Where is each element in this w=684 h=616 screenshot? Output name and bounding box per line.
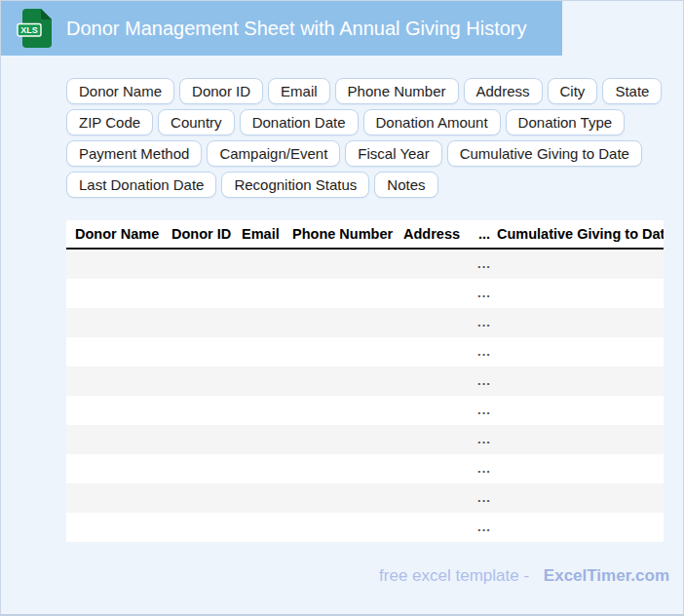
chip-cumulative-giving[interactable]: Cumulative Giving to Date [447,140,642,167]
chip-row-1: Donor Name Donor ID Email Phone Number A… [66,78,651,104]
chip-zip-code[interactable]: ZIP Code [66,109,153,135]
table-row: ... [66,483,664,513]
xls-badge-label: XLS [20,25,38,35]
chip-payment-method[interactable]: Payment Method [66,140,202,167]
row-placeholder: ... [472,520,497,534]
header-band: XLS Donor Management Sheet with Annual G… [1,1,562,56]
table-row: ... [66,454,664,483]
footer: free excel template - ExcelTimer.com [379,566,669,586]
xls-file-icon: XLS [17,9,52,48]
file-fold [41,9,52,19]
table-row: ... [66,337,664,366]
table-row: ... [66,425,664,454]
chip-donation-type[interactable]: Donation Type [506,109,625,135]
row-placeholder: ... [472,432,497,446]
chip-address[interactable]: Address [464,78,543,104]
chip-city[interactable]: City [548,78,598,104]
table-body: ... ... ... ... ... ... ... ... ... ... [66,250,664,542]
chip-donation-date[interactable]: Donation Date [240,109,359,135]
table-header-row: Donor Name Donor ID Email Phone Number A… [66,220,664,250]
table-row: ... [66,513,664,542]
chip-state[interactable]: State [602,78,662,104]
page-title: Donor Management Sheet with Annual Givin… [66,1,526,56]
table-row: ... [66,250,664,279]
table-row: ... [66,308,664,337]
chip-country[interactable]: Country [158,109,235,135]
col-header-donor-id: Donor ID [171,226,242,242]
col-header-cumulative-giving: Cumulative Giving to Date [497,226,664,242]
col-header-donor-name: Donor Name [66,226,171,242]
field-chip-list: Donor Name Donor ID Email Phone Number A… [66,78,651,203]
chip-email[interactable]: Email [268,78,330,104]
chip-phone-number[interactable]: Phone Number [335,78,459,104]
chip-notes[interactable]: Notes [374,172,437,198]
col-header-ellipsis: ... [472,226,497,242]
table-row: ... [66,279,664,308]
row-placeholder: ... [472,490,497,505]
row-placeholder: ... [472,286,497,300]
row-placeholder: ... [472,344,497,359]
table-row: ... [66,366,664,396]
col-header-phone-number: Phone Number [292,226,403,242]
row-placeholder: ... [472,256,497,271]
chip-donor-name[interactable]: Donor Name [66,78,174,104]
chip-donation-amount[interactable]: Donation Amount [363,109,501,135]
chip-row-3: Payment Method Campaign/Event Fiscal Yea… [66,140,651,167]
chip-donor-id[interactable]: Donor ID [179,78,263,104]
chip-last-donation-date[interactable]: Last Donation Date [66,172,216,198]
row-placeholder: ... [472,461,497,476]
chip-fiscal-year[interactable]: Fiscal Year [345,140,441,167]
row-placeholder: ... [472,373,497,388]
footer-tagline: free excel template - [379,566,529,585]
row-placeholder: ... [472,403,497,417]
chip-row-4: Last Donation Date Recognition Status No… [66,172,651,198]
col-header-address: Address [403,226,472,242]
table-row: ... [66,396,664,425]
footer-brand-link[interactable]: ExcelTimer.com [544,566,669,585]
row-placeholder: ... [472,315,497,329]
chip-row-2: ZIP Code Country Donation Date Donation … [66,109,651,135]
page: XLS Donor Management Sheet with Annual G… [0,0,684,616]
preview-table: Donor Name Donor ID Email Phone Number A… [66,220,664,542]
chip-recognition-status[interactable]: Recognition Status [221,172,369,198]
col-header-email: Email [242,226,292,242]
chip-campaign-event[interactable]: Campaign/Event [207,140,340,167]
